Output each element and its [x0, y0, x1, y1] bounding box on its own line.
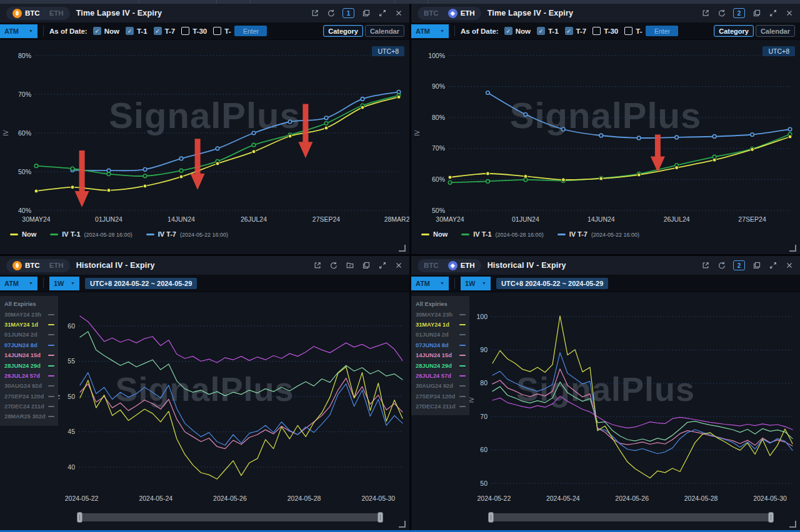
scrollbar-right-handle[interactable]	[768, 512, 774, 523]
close-icon[interactable]	[394, 9, 403, 18]
legend-item-iv-t-1[interactable]: IV T-1(2024-05-28 16:00)	[461, 230, 543, 238]
asof-checkbox-t[interactable]: T-	[213, 27, 231, 35]
asof-checkbox-t1[interactable]: ✓T-1	[537, 27, 559, 35]
resize-corner[interactable]	[789, 521, 796, 528]
expiry-item-30aug24-92d[interactable]: 30AUG24 92d	[416, 381, 466, 391]
asof-checkbox-now[interactable]: ✓Now	[93, 27, 119, 35]
atm-dropdown[interactable]: ATM ▼	[0, 24, 38, 38]
open-in-new-icon[interactable]	[701, 261, 710, 270]
time-range-scrollbar[interactable]	[489, 513, 772, 521]
period-dropdown[interactable]: 1W ▼	[49, 277, 79, 290]
legend-item-iv-t-7[interactable]: IV T-7(2024-05-22 16:00)	[558, 230, 639, 238]
expiry-item-27dec24-211d[interactable]: 27DEC24 211d	[416, 401, 466, 411]
time-range-scrollbar[interactable]	[78, 513, 382, 521]
category-toggle-button[interactable]: Category	[323, 25, 363, 37]
atm-dropdown[interactable]: ATM ▼	[411, 24, 449, 38]
close-icon[interactable]	[784, 9, 794, 18]
scrollbar-left-handle[interactable]	[77, 512, 82, 523]
coin-tab-eth[interactable]: ETH	[45, 261, 68, 270]
duplicate-icon[interactable]	[752, 261, 761, 270]
category-toggle-button[interactable]: Category	[714, 25, 754, 37]
window-count-badge[interactable]: 2	[733, 260, 745, 270]
btc-timelapse-chart-area[interactable]: SignalPlus UTC+8 40%50%60%70%80%30MAY240…	[0, 40, 409, 227]
legend-item-iv-t-7[interactable]: IV T-7(2024-05-22 16:00)	[146, 230, 228, 238]
fullscreen-icon[interactable]	[768, 9, 778, 18]
eth-timelapse-chart-area[interactable]: SignalPlus UTC+8 50%60%70%80%90%100%30MA…	[411, 40, 800, 227]
asof-checkbox-t1[interactable]: ✓T-1	[126, 27, 148, 35]
expiry-item-30aug24-92d[interactable]: 30AUG24 92d	[4, 381, 54, 391]
asof-date-input[interactable]: Enter	[234, 26, 267, 36]
btc-timelapse-chart-svg[interactable]: 40%50%60%70%80%30MAY2401JUN2414JUN2426JU…	[0, 40, 409, 227]
eth-historical-chart-area[interactable]: SignalPlus All Expiries30MAY24 23h31MAY2…	[411, 292, 800, 508]
expiry-item-28mar25-302d[interactable]: 28MAR25 302d	[4, 411, 54, 421]
close-icon[interactable]	[394, 261, 403, 270]
open-in-new-icon[interactable]	[701, 9, 710, 18]
coin-tab-btc[interactable]: BTC	[419, 9, 443, 17]
legend-item-now[interactable]: Now	[10, 230, 36, 238]
expiry-item-27sep24-120d[interactable]: 27SEP24 120d	[416, 392, 466, 401]
fullscreen-icon[interactable]	[378, 261, 387, 270]
expiry-item-28jun24-29d[interactable]: 28JUN24 29d	[4, 360, 54, 370]
window-count-badge[interactable]: 2	[733, 8, 745, 18]
coin-tab-btc[interactable]: ฿BTC	[8, 260, 44, 271]
expiry-item-01jun24-2d[interactable]: 01JUN24 2d	[416, 330, 466, 340]
expiry-item-26jul24-57d[interactable]: 26JUL24 57d	[416, 371, 466, 381]
expiry-item-07jun24-8d[interactable]: 07JUN24 8d	[416, 340, 466, 350]
legend-item-iv-t-1[interactable]: IV T-1(2024-05-28 16:00)	[50, 230, 132, 238]
scrollbar-left-handle[interactable]	[488, 512, 494, 523]
eth-timelapse-chart-svg[interactable]: 50%60%70%80%90%100%30MAY2401JUN2414JUN24…	[411, 40, 800, 227]
expiry-item-01jun24-2d[interactable]: 01JUN24 2d	[4, 330, 54, 340]
expiry-item-07jun24-8d[interactable]: 07JUN24 8d	[4, 340, 54, 350]
eth-historical-chart-svg[interactable]: 50607080901002024-05-222024-05-242024-05…	[411, 292, 800, 508]
refresh-icon[interactable]	[717, 261, 726, 270]
folder-icon[interactable]	[345, 261, 354, 270]
atm-dropdown[interactable]: ATM ▼	[0, 277, 38, 290]
asof-checkbox-now[interactable]: ✓Now	[504, 27, 531, 35]
btc-historical-chart-area[interactable]: SignalPlus All Expiries30MAY24 23h31MAY2…	[0, 292, 409, 508]
resize-corner[interactable]	[789, 245, 796, 252]
asof-checkbox-t[interactable]: T-	[624, 27, 642, 35]
atm-dropdown[interactable]: ATM ▼	[411, 277, 449, 290]
expiry-item-27sep24-120d[interactable]: 27SEP24 120d	[4, 392, 54, 401]
duplicate-icon[interactable]	[752, 9, 761, 18]
expiry-item-all-expiries[interactable]: All Expiries	[416, 299, 466, 309]
resize-corner[interactable]	[399, 245, 406, 252]
close-icon[interactable]	[784, 261, 794, 270]
asof-checkbox-t7[interactable]: ✓T-7	[154, 27, 176, 35]
asof-checkbox-t30[interactable]: T-30	[181, 27, 207, 35]
scrollbar-right-handle[interactable]	[378, 512, 383, 523]
expiry-item-28jun24-29d[interactable]: 28JUN24 29d	[416, 360, 466, 370]
open-in-new-icon[interactable]	[310, 9, 319, 18]
expiry-item-31may24-1d[interactable]: 31MAY24 1d	[4, 320, 54, 330]
asof-date-input[interactable]: Enter	[646, 26, 678, 36]
btc-historical-chart-svg[interactable]: 40455055602024-05-222024-05-242024-05-26…	[0, 292, 409, 508]
duplicate-icon[interactable]	[361, 9, 371, 18]
legend-item-now[interactable]: Now	[421, 230, 448, 238]
coin-tab-eth[interactable]: ◆ETH	[444, 8, 479, 19]
calendar-toggle-button[interactable]: Calendar	[756, 25, 795, 37]
window-count-badge[interactable]: 1	[342, 8, 354, 18]
expiry-item-14jun24-15d[interactable]: 14JUN24 15d	[4, 350, 54, 360]
coin-tab-btc[interactable]: ฿BTC	[8, 8, 44, 19]
coin-tab-eth[interactable]: ETH	[45, 9, 68, 17]
expiry-item-31may24-1d[interactable]: 31MAY24 1d	[416, 320, 466, 330]
fullscreen-icon[interactable]	[768, 261, 778, 270]
expiry-item-30may24-23h[interactable]: 30MAY24 23h	[4, 309, 54, 319]
expiry-item-all-expiries[interactable]: All Expiries	[4, 299, 54, 309]
expiry-item-26jul24-57d[interactable]: 26JUL24 57d	[4, 371, 54, 381]
refresh-icon[interactable]	[329, 261, 338, 270]
duplicate-icon[interactable]	[361, 261, 371, 270]
refresh-icon[interactable]	[717, 9, 726, 18]
fullscreen-icon[interactable]	[378, 9, 387, 18]
refresh-icon[interactable]	[326, 9, 336, 18]
asof-checkbox-t30[interactable]: T-30	[592, 27, 618, 35]
expiry-item-30may24-23h[interactable]: 30MAY24 23h	[416, 309, 466, 319]
coin-tab-btc[interactable]: BTC	[419, 261, 443, 270]
period-dropdown[interactable]: 1W ▼	[461, 277, 491, 290]
coin-tab-eth[interactable]: ◆ETH	[444, 260, 479, 271]
expiry-item-14jun24-15d[interactable]: 14JUN24 15d	[416, 350, 466, 360]
open-in-new-icon[interactable]	[312, 261, 322, 270]
expiry-item-27dec24-211d[interactable]: 27DEC24 211d	[4, 401, 54, 411]
asof-checkbox-t7[interactable]: ✓T-7	[565, 27, 587, 35]
calendar-toggle-button[interactable]: Calendar	[365, 25, 404, 37]
